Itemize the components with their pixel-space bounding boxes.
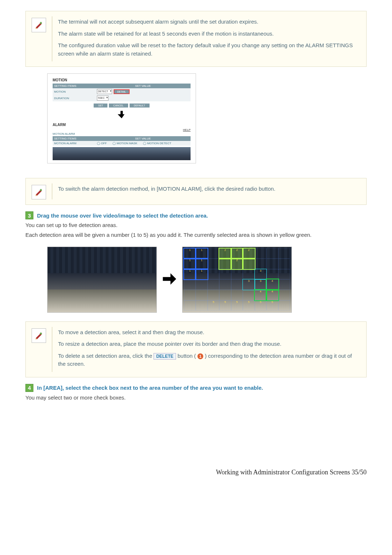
note1-line1: The terminal will not accept subsequent … xyxy=(58,18,360,26)
cancel-button[interactable]: CANCEL xyxy=(109,104,128,108)
help-link[interactable]: HELP xyxy=(53,128,191,131)
note-pencil-icon xyxy=(32,18,46,32)
radio-detect[interactable]: ◯ MOTION DETECT xyxy=(143,142,173,145)
set-button[interactable]: SET xyxy=(94,104,107,108)
alarm-subtitle: MOTION ALARM xyxy=(53,132,191,135)
note3-line2: To resize a detection area, place the mo… xyxy=(58,340,360,348)
step3-body1: You can set up to five detection areas. xyxy=(25,221,367,229)
default-button[interactable]: DEFAULT xyxy=(130,104,150,108)
area-number-badge: 1 xyxy=(197,353,203,359)
right-arrow-icon xyxy=(162,271,177,288)
detail-button[interactable]: DETAIL xyxy=(114,89,130,94)
note-pencil-icon xyxy=(32,328,46,343)
down-arrow-icon xyxy=(53,110,191,121)
detection-area-figure: 11222 112 113 334 44 555555 xyxy=(47,247,367,313)
note2-line1: To switch the alarm detection method, in… xyxy=(58,185,275,193)
motion-header-right: SET VALUE xyxy=(95,84,191,88)
note-pencil-icon xyxy=(32,185,46,199)
page-footer: Working with Administrator Configuration… xyxy=(0,425,392,491)
motion-header-left: SETTING ITEMS xyxy=(53,84,95,88)
alarm-header-left: SETTING ITEMS xyxy=(53,136,95,141)
radio-off[interactable]: ◯ OFF xyxy=(97,142,109,145)
step3-body2: Each detection area will be given a numb… xyxy=(25,231,367,239)
camera-preview-strip xyxy=(53,147,191,160)
note1-line2: The alarm state will be retained for at … xyxy=(58,30,360,38)
note-box-2: To switch the alarm detection method, in… xyxy=(25,178,367,205)
radio-mask[interactable]: ◯ MOTION MASK xyxy=(113,142,139,145)
motion-title: MOTION xyxy=(53,78,191,82)
detection-image-after: 11222 112 113 334 44 555555 xyxy=(182,247,292,313)
row-motion-label: MOTION xyxy=(53,90,95,94)
detection-image-before xyxy=(47,247,157,313)
duration-select[interactable]: 5SEC xyxy=(97,96,109,101)
step4-title: In [AREA], select the check box next to … xyxy=(37,385,263,391)
row-duration-label: DURATION xyxy=(53,96,95,100)
note1-line3: The configured duration value will be re… xyxy=(58,41,360,58)
motion-select[interactable]: DETECT xyxy=(97,89,112,94)
step4-body1: You may select two or more check boxes. xyxy=(25,393,367,402)
note3-line3: To delete a set detection area, click th… xyxy=(58,352,360,368)
row-alarm-label: MOTION ALARM xyxy=(53,141,95,145)
step4-badge: 4 xyxy=(25,384,33,392)
motion-alarm-screenshot: MOTION SETTING ITEMS SET VALUE MOTION DE… xyxy=(47,73,196,163)
step3-badge: 3 xyxy=(25,211,33,219)
note3-line1: To move a detection area, select it and … xyxy=(58,328,360,337)
alarm-title: ALARM xyxy=(53,123,191,127)
step3-title: Drag the mouse over live video/image to … xyxy=(37,212,208,219)
note-box-3: To move a detection area, select it and … xyxy=(25,321,367,377)
delete-button-inline[interactable]: DELETE xyxy=(154,353,176,360)
note-box-1: The terminal will not accept subsequent … xyxy=(25,11,367,67)
alarm-header-right: SET VALUE xyxy=(95,136,191,141)
